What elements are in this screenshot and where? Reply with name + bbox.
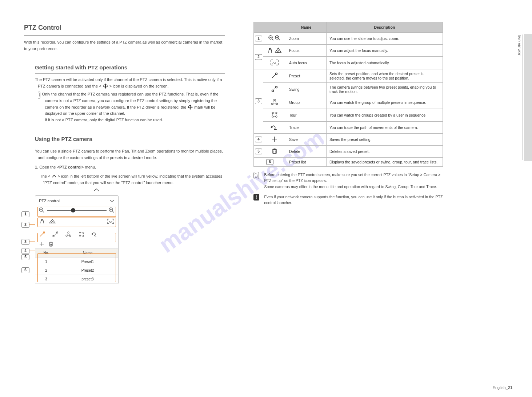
function-table: NameDescription 1 Zoom You can use the s… (253, 22, 443, 167)
section-tab-label: live viewer (517, 35, 522, 56)
focus-icons (267, 47, 282, 53)
manual-page: manualshive.com live viewer English_21 P… (0, 0, 532, 397)
ptz-panel-title: PTZ control (39, 199, 60, 203)
heading-ptz-control: PTZ Control (24, 22, 225, 36)
table-row: AF Auto focus The focus is adjusted auto… (254, 57, 443, 69)
chevron-down-icon[interactable] (109, 199, 115, 202)
trace-icon (271, 124, 279, 130)
note-block: Only the channel that the PTZ camera has… (35, 92, 225, 123)
table-row: Group You can watch the group of multipl… (254, 96, 443, 109)
move-icon (103, 84, 108, 88)
trash-icon (272, 148, 277, 154)
callout-4: 4 (21, 248, 29, 254)
svg-line-43 (272, 74, 276, 78)
table-row: 1 Zoom You can use the slide bar to adju… (254, 33, 443, 45)
heading-getting-started: Getting started with PTZ operations (35, 58, 225, 74)
af-icon: AF (270, 59, 279, 66)
swing-icon (271, 85, 278, 93)
table-row: Tour You can watch the groups created by… (254, 109, 443, 122)
table-row: 4 Save Saves the preset setting. (254, 134, 443, 146)
callout-3: 3 (21, 239, 29, 245)
step-1: 1. Open the <PTZ control> menu. (35, 164, 225, 171)
svg-text:AF: AF (272, 61, 277, 65)
svg-rect-58 (273, 150, 276, 154)
svg-point-52 (276, 112, 277, 114)
side-divider (522, 35, 523, 160)
page-footer: English_21 (493, 385, 512, 390)
zoom-slider[interactable] (47, 210, 107, 211)
getting-started-text: The PTZ camera will be activated only if… (35, 77, 225, 89)
svg-rect-27 (49, 243, 52, 246)
chevron-up-icon (52, 174, 57, 178)
ptz-panel-figure: 1 2 3 4 5 6 PTZ control (35, 188, 225, 284)
svg-point-48 (274, 99, 275, 101)
note-icon (38, 92, 40, 99)
table-row: 6 Preset list Displays the saved presets… (254, 158, 443, 167)
left-column: PTZ Control With this recorder, you can … (24, 22, 225, 284)
table-row: Swing The camera swings between two pres… (254, 83, 443, 96)
note-text: Only the channel that the PTZ camera has… (42, 92, 218, 116)
group-icon (271, 98, 278, 106)
svg-line-47 (273, 88, 276, 90)
zoom-icons (268, 35, 281, 41)
th-name: Name (286, 22, 327, 33)
right-note-1: Before entering the PTZ control screen, … (253, 172, 443, 190)
right-column: NameDescription 1 Zoom You can use the s… (253, 22, 443, 206)
step-1-detail: The < > icon in the left bottom of the l… (40, 173, 225, 186)
svg-point-45 (272, 90, 274, 92)
callout-1: 1 (21, 211, 29, 217)
svg-point-50 (276, 103, 277, 105)
callout-6: 6 (21, 267, 29, 273)
preset-icon (271, 72, 278, 79)
note-text-2: If it is not a PTZ camera, only the digi… (45, 118, 163, 122)
heading-using-ptz: Using the PTZ camera (35, 130, 225, 145)
callout-2: 2 (21, 222, 29, 228)
warning-icon: ! (253, 194, 259, 200)
expand-chevron-up-icon (93, 188, 100, 192)
using-ptz-text: You can use a single PTZ camera to perfo… (35, 148, 225, 161)
tour-icon (271, 111, 278, 118)
table-row: 5 Delete Deletes a saved preset. (254, 146, 443, 158)
intro-paragraph: With this recorder, you can configure th… (24, 39, 225, 52)
svg-line-33 (272, 39, 273, 40)
right-warning: ! Even if your network camera supports t… (253, 194, 443, 206)
table-row: 3 Preset Sets the preset position, and w… (254, 69, 443, 83)
svg-marker-41 (277, 50, 279, 52)
note-icon (253, 172, 259, 179)
svg-line-36 (279, 39, 280, 40)
svg-point-46 (276, 86, 277, 88)
table-row: Trace You can trace the path of movement… (254, 122, 443, 134)
section-tab: live viewer (524, 34, 532, 161)
ptz-control-panel: PTZ control AF (35, 195, 119, 284)
plus-icon (271, 136, 278, 142)
svg-point-49 (272, 103, 273, 105)
table-row: 2 Focus You can adjust the focus manuall… (254, 45, 443, 57)
svg-point-44 (276, 73, 277, 75)
th-desc: Description (327, 22, 443, 33)
move-icon (188, 105, 192, 109)
svg-point-53 (272, 116, 273, 117)
svg-point-54 (276, 116, 277, 117)
svg-point-51 (272, 112, 273, 114)
callout-5: 5 (21, 254, 29, 260)
